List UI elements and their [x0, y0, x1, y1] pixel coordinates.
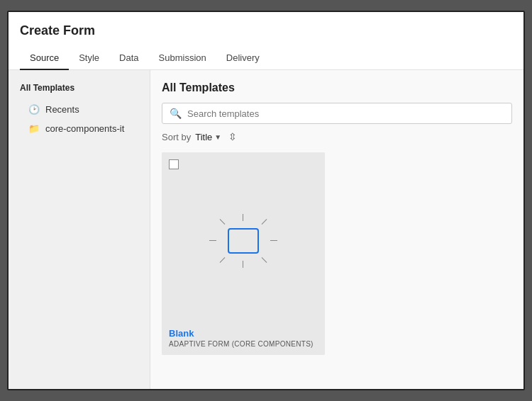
dash-top-right [262, 219, 267, 225]
sort-label: Sort by [162, 132, 191, 142]
tab-source[interactable]: Source [20, 47, 69, 70]
sidebar-item-recents[interactable]: 🕑 Recents [9, 100, 150, 119]
blank-form-illustration [208, 213, 279, 269]
tab-style[interactable]: Style [69, 47, 109, 70]
dash-bottom-right [262, 257, 267, 263]
dash-bottom [243, 261, 243, 268]
sort-value: Title [195, 132, 212, 142]
tab-delivery[interactable]: Delivery [216, 47, 270, 70]
tab-submission[interactable]: Submission [149, 47, 216, 70]
dash-top-left [220, 219, 226, 225]
window-header: Create Form Source Style Data Submission… [9, 12, 523, 70]
card-preview-area [169, 159, 318, 315]
sort-select[interactable]: Title ▼ [195, 132, 221, 142]
template-card-blank[interactable]: Blank ADAPTIVE FORM (CORE COMPONENTS) [162, 152, 325, 355]
sidebar-item-label-core: core-components-it [45, 123, 124, 134]
dash-top [243, 214, 243, 221]
tab-bar: Source Style Data Submission Delivery [20, 47, 512, 69]
card-checkbox[interactable] [169, 159, 179, 169]
sidebar-item-label-recents: Recents [45, 104, 79, 115]
search-input[interactable] [187, 108, 504, 119]
card-title: Blank [169, 328, 318, 339]
sidebar-section-title: All Templates [9, 79, 150, 97]
sidebar-item-core-components[interactable]: 📁 core-components-it [9, 119, 150, 138]
content-title: All Templates [162, 81, 512, 94]
dash-left [209, 240, 216, 241]
main-content: All Templates 🕑 Recents 📁 core-component… [9, 70, 523, 389]
recent-icon: 🕑 [28, 104, 40, 115]
dash-bottom-left [220, 257, 226, 263]
sort-bar: Sort by Title ▼ ⇳ [162, 131, 512, 142]
content-area: All Templates 🔍 Sort by Title ▼ ⇳ [150, 70, 523, 389]
sidebar: All Templates 🕑 Recents 📁 core-component… [9, 70, 150, 389]
search-icon: 🔍 [170, 108, 182, 119]
window-title: Create Form [20, 23, 512, 38]
create-form-window: Create Form Source Style Data Submission… [7, 11, 525, 390]
sort-order-icon[interactable]: ⇳ [228, 131, 237, 142]
chevron-down-icon: ▼ [214, 133, 221, 141]
tab-data[interactable]: Data [109, 47, 148, 70]
search-bar: 🔍 [162, 103, 512, 124]
dash-right [270, 240, 277, 241]
folder-icon: 📁 [28, 123, 40, 134]
card-footer: Blank ADAPTIVE FORM (CORE COMPONENTS) [162, 322, 325, 355]
center-rectangle [228, 228, 259, 254]
template-grid: Blank ADAPTIVE FORM (CORE COMPONENTS) [162, 152, 512, 355]
template-card-preview [162, 152, 325, 322]
card-subtitle: ADAPTIVE FORM (CORE COMPONENTS) [169, 340, 318, 348]
